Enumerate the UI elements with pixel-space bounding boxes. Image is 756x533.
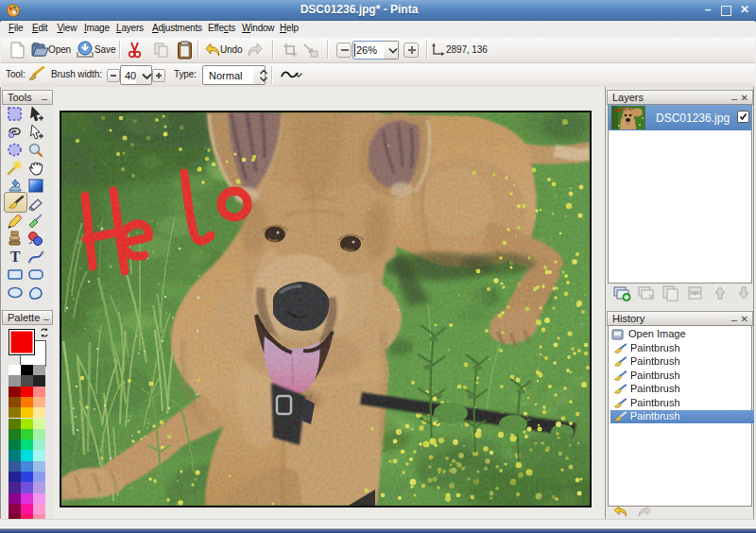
svg-text:T: T [10,249,21,265]
